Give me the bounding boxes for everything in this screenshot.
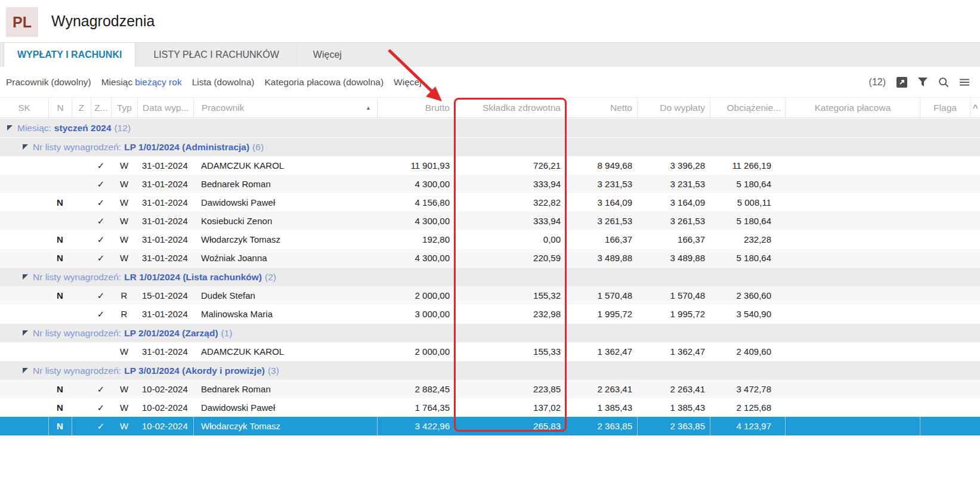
cell-netto: 2 363,85 [567,417,637,435]
export-icon[interactable] [896,76,908,88]
tab-listy-plac-i-rachunkow[interactable]: LISTY PŁAC I RACHUNKÓW [135,43,297,67]
column-label: SK [18,103,30,113]
cell-z [72,249,91,267]
group-row[interactable]: Nr listy wynagrodzeń:LR 1/01/2024 (Lista… [0,268,980,286]
menu-icon[interactable] [959,76,970,88]
filter-label: Kategoria płacowa [264,77,341,87]
group-row[interactable]: Nr listy wynagrodzeń:LP 3/01/2024 (Akord… [0,361,980,380]
cell-sk [0,230,48,249]
cell-skladka: 155,32 [455,286,567,305]
cell-do_wyplaty: 3 489,88 [637,249,710,267]
column-label: Flaga [933,103,957,113]
filter-pracownik[interactable]: Pracownik(dowolny) [6,77,91,88]
cell-z [72,156,91,175]
search-icon[interactable] [938,76,950,88]
data-row[interactable]: ✓W31-01-2024ADAMCZUK KAROL11 901,93726,2… [0,156,980,175]
column-header-skladka[interactable]: Składka zdrowotna [455,98,567,117]
data-row[interactable]: N✓W10-02-2024Dawidowski Paweł1 764,35137… [0,398,980,417]
collapse-icon[interactable] [23,368,28,373]
cell-kategoria [785,417,920,435]
group-row[interactable]: Miesiąc:styczeń 2024(12) [0,119,980,137]
cell-netto: 8 949,68 [567,156,637,175]
data-row-selected[interactable]: N✓W10-02-2024Włodarczyk Tomasz3 422,9626… [0,417,980,435]
cell-n: N [48,398,72,417]
cell-obciazenie: 2 125,68 [710,398,785,417]
collapse-icon[interactable] [23,330,28,336]
cell-z2: ✓ [91,286,111,305]
group-count: (3) [268,366,279,376]
cell-n: N [48,193,72,212]
data-row[interactable]: W31-01-2024ADAMCZUK KAROL2 000,00155,331… [0,342,980,361]
column-header-sk[interactable]: SK [0,98,48,117]
collapse-icon[interactable] [7,125,13,131]
data-row[interactable]: N✓R15-01-2024Dudek Stefan2 000,00155,321… [0,286,980,305]
cell-pracownik: Kosiebucki Zenon [193,212,377,230]
column-header-brutto[interactable]: Brutto [377,98,455,117]
cell-n [48,305,72,323]
cell-sk [0,193,48,212]
app-logo[interactable]: PL [6,7,38,37]
column-header-netto[interactable]: Netto [567,98,637,117]
cell-brutto: 2 882,45 [377,380,455,398]
cell-sk [0,417,48,435]
filter-icon[interactable] [917,76,929,88]
cell-data: 31-01-2024 [137,212,193,230]
column-header-z[interactable]: Z [72,98,91,117]
scroll-up-control[interactable]: ^ [970,98,980,117]
data-row[interactable]: N✓W31-01-2024Włodarczyk Tomasz192,800,00… [0,230,980,249]
cell-z [72,230,91,249]
column-header-z2[interactable]: Z... [91,98,111,117]
column-header-obciazenie[interactable]: Obciążenie... [710,98,785,117]
filter-wiecej[interactable]: Więcej [394,77,424,88]
group-row[interactable]: Nr listy wynagrodzeń:LP 2/01/2024 (Zarzą… [0,324,980,342]
data-row[interactable]: ✓R31-01-2024Malinowska Maria3 000,00232,… [0,305,980,323]
column-header-do_wyplaty[interactable]: Do wypłaty [637,98,710,117]
filter-lista[interactable]: Lista(dowolna) [192,77,255,88]
group-row[interactable]: Nr listy wynagrodzeń:LP 1/01/2024 (Admin… [0,138,980,156]
column-header-n[interactable]: N [48,98,72,117]
cell-do_wyplaty: 3 231,53 [637,175,710,193]
cell-obciazenie: 2 409,60 [710,342,785,361]
column-header-flaga[interactable]: Flaga [920,98,970,117]
group-label: Nr listy wynagrodzeń: [33,142,121,153]
cell-netto: 3 231,53 [567,175,637,193]
filter-value: (dowolna) [343,77,384,87]
cell-z2: ✓ [91,305,111,323]
filter-miesiac[interactable]: Miesiącbieżący rok [101,77,182,88]
tab-wiecej[interactable]: Więcej [298,43,357,67]
cell-pracownik: ADAMCZUK KAROL [193,342,377,361]
cell-data: 10-02-2024 [137,380,193,398]
cell-kategoria [785,398,920,417]
column-label: Kategoria płacowa [815,103,891,113]
cell-z2: ✓ [91,398,111,417]
filter-label: Więcej [394,77,422,87]
cell-data: 10-02-2024 [137,398,193,417]
group-count: (1) [221,328,233,339]
column-header-typ[interactable]: Typ [111,98,137,117]
cell-scroll [970,286,980,305]
cell-kategoria [785,342,920,361]
data-row[interactable]: N✓W10-02-2024Bednarek Roman2 882,45223,8… [0,380,980,398]
data-row[interactable]: N✓W31-01-2024Woźniak Joanna4 300,00220,5… [0,249,980,267]
cell-sk [0,212,48,230]
filter-kategoria-placowa[interactable]: Kategoria płacowa(dowolna) [264,77,384,88]
column-header-pracownik[interactable]: Pracownik▲ [193,98,377,117]
collapse-icon[interactable] [23,274,28,280]
column-label: Z [79,103,84,113]
column-header-kategoria[interactable]: Kategoria płacowa [785,98,920,117]
cell-scroll [970,193,980,212]
cell-kategoria [785,156,920,175]
cell-typ: W [111,380,137,398]
data-row[interactable]: N✓W31-01-2024Dawidowski Paweł4 156,80322… [0,193,980,212]
filter-bar-tools: (12) [869,67,970,97]
data-row[interactable]: ✓W31-01-2024Bednarek Roman4 300,00333,94… [0,175,980,193]
cell-typ: W [111,156,137,175]
collapse-icon[interactable] [23,144,28,150]
column-header-data[interactable]: Data wyp... [137,98,193,117]
cell-netto: 1 995,72 [567,305,637,323]
data-row[interactable]: ✓W31-01-2024Kosiebucki Zenon4 300,00333,… [0,212,980,230]
tab-wyplaty-i-rachunki[interactable]: WYPŁATY I RACHUNKI [4,43,135,67]
cell-netto: 1 570,48 [567,286,637,305]
group-label: Nr listy wynagrodzeń: [33,328,121,339]
cell-skladka: 265,83 [455,417,567,435]
